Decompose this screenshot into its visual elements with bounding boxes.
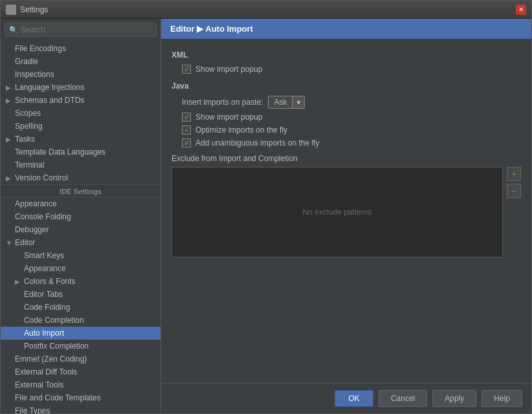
sidebar-item-code-folding[interactable]: Code Folding (1, 301, 161, 314)
sidebar-list: File Encodings Gradle Inspections ▶ Lang… (1, 41, 161, 413)
sidebar-item-editor[interactable]: ▼ Editor (1, 236, 161, 249)
bottom-bar: OK Cancel Apply Help (161, 383, 531, 413)
sidebar-item-inspections[interactable]: Inspections (1, 68, 161, 81)
search-box[interactable]: 🔍 (5, 23, 157, 37)
java-show-import-popup-row: Show import popup (172, 113, 521, 122)
insert-imports-row: Insert imports on paste: Ask ▼ (172, 96, 521, 109)
sidebar-item-template-data-languages[interactable]: Template Data Languages (1, 146, 161, 158)
sidebar-item-label: Language Injections (15, 83, 84, 92)
sidebar-item-label: File Types (15, 406, 50, 413)
expand-arrow: ▼ (6, 239, 14, 246)
sidebar-item-file-encodings[interactable]: File Encodings (1, 42, 161, 55)
ok-button[interactable]: OK (335, 390, 373, 407)
main-panel: Editor ▶ Auto Import XML Show import pop… (161, 19, 531, 413)
sidebar-item-label: File and Code Templates (15, 393, 101, 402)
exclude-action-buttons: + − (507, 167, 521, 257)
sidebar-item-label: Auto Import (24, 329, 64, 338)
sidebar-item-label: Scopes (15, 109, 41, 118)
sidebar-item-label: Debugger (15, 225, 49, 234)
sidebar-item-emmet[interactable]: Emmet (Zen Coding) (1, 353, 161, 365)
sidebar-item-label: Smart Keys (24, 251, 64, 260)
add-unambiguous-checkbox[interactable] (182, 138, 191, 147)
sidebar-item-schemas-dtds[interactable]: ▶ Schemas and DTDs (1, 94, 161, 107)
xml-show-import-popup-checkbox[interactable] (182, 65, 191, 74)
sidebar-item-label: Schemas and DTDs (15, 96, 84, 105)
sidebar-item-colors-fonts[interactable]: ▶ Colors & Fonts (1, 275, 161, 288)
optimize-imports-label: Optimize imports on the fly (195, 125, 287, 135)
cancel-button[interactable]: Cancel (379, 390, 427, 407)
sidebar-item-tasks[interactable]: ▶ Tasks (1, 133, 161, 146)
expand-arrow: ▶ (15, 278, 23, 285)
sidebar-item-label: External Tools (15, 380, 63, 389)
main-content-area: 🔍 File Encodings Gradle Inspections ▶ La… (1, 19, 531, 413)
expand-arrow: ▶ (6, 97, 14, 104)
sidebar-item-version-control[interactable]: ▶ Version Control (1, 171, 161, 184)
exclude-placeholder-text: No exclude patterns (303, 208, 372, 217)
exclude-container: No exclude patterns + − (172, 167, 521, 257)
sidebar-item-label: External Diff Tools (15, 367, 77, 376)
insert-imports-dropdown[interactable]: Ask ▼ (268, 96, 305, 109)
sidebar-item-language-injections[interactable]: ▶ Language Injections (1, 81, 161, 94)
exclude-section: Exclude from Import and Completion No ex… (172, 154, 521, 257)
sidebar-item-editor-tabs[interactable]: Editor Tabs (1, 288, 161, 301)
add-exclude-pattern-button[interactable]: + (507, 167, 521, 181)
settings-window: Settings ✕ 🔍 File Encodings Gradle Inspe… (0, 0, 532, 414)
sidebar-item-label: Console Folding (15, 212, 71, 221)
sidebar-item-label: Colors & Fonts (24, 277, 75, 286)
sidebar-item-label: Appearance (24, 264, 66, 273)
close-button[interactable]: ✕ (516, 5, 526, 15)
sidebar-item-auto-import[interactable]: Auto Import (1, 327, 161, 340)
xml-section-label: XML (172, 50, 521, 60)
dropdown-arrow-button[interactable]: ▼ (293, 96, 304, 108)
sidebar-item-label: Emmet (Zen Coding) (15, 354, 87, 364)
apply-button[interactable]: Apply (432, 390, 476, 407)
sidebar-item-file-code-templates[interactable]: File and Code Templates (1, 391, 161, 404)
sidebar-item-console-folding[interactable]: Console Folding (1, 210, 161, 223)
java-section-label: Java (172, 82, 521, 91)
sidebar-item-file-types[interactable]: File Types (1, 404, 161, 413)
remove-exclude-pattern-button[interactable]: − (507, 184, 521, 198)
add-unambiguous-label: Add unambiguous imports on the fly (195, 138, 319, 147)
sidebar-item-label: Tasks (15, 135, 35, 144)
sidebar-item-postfix-completion[interactable]: Postfix Completion (1, 340, 161, 353)
title-bar: Settings ✕ (1, 1, 531, 19)
sidebar-item-label: Appearance (15, 199, 57, 208)
sidebar-item-label: Gradle (15, 57, 38, 66)
sidebar-item-label: Version Control (15, 173, 68, 182)
sidebar-item-debugger[interactable]: Debugger (1, 223, 161, 236)
java-show-import-popup-checkbox[interactable] (182, 113, 191, 122)
sidebar-item-gradle[interactable]: Gradle (1, 55, 161, 68)
sidebar-item-scopes[interactable]: Scopes (1, 107, 161, 120)
sidebar-item-terminal[interactable]: Terminal (1, 158, 161, 171)
dropdown-selected-value: Ask (269, 96, 293, 108)
search-input[interactable] (21, 25, 152, 34)
add-unambiguous-row: Add unambiguous imports on the fly (172, 138, 521, 147)
expand-arrow: ▶ (6, 136, 14, 143)
sidebar-item-label: Spelling (15, 122, 43, 131)
xml-show-import-popup-label: Show import popup (195, 65, 262, 74)
sidebar: 🔍 File Encodings Gradle Inspections ▶ La… (1, 19, 161, 413)
sidebar-item-spelling[interactable]: Spelling (1, 120, 161, 133)
panel-content: XML Show import popup Java Insert import… (161, 39, 531, 383)
search-icon: 🔍 (9, 26, 18, 34)
sidebar-item-external-diff-tools[interactable]: External Diff Tools (1, 365, 161, 378)
window-icon (6, 5, 16, 15)
sidebar-item-editor-appearance[interactable]: Appearance (1, 262, 161, 275)
sidebar-item-label: Postfix Completion (24, 342, 89, 351)
sidebar-item-label: Code Completion (24, 316, 84, 325)
sidebar-item-label: Editor (15, 238, 35, 247)
sidebar-item-code-completion[interactable]: Code Completion (1, 314, 161, 327)
sidebar-item-external-tools[interactable]: External Tools (1, 378, 161, 391)
insert-imports-label: Insert imports on paste: (182, 98, 263, 107)
optimize-imports-checkbox[interactable] (182, 125, 191, 135)
sidebar-item-label: Code Folding (24, 303, 70, 312)
panel-header: Editor ▶ Auto Import (161, 19, 531, 39)
sidebar-item-label: Terminal (15, 160, 44, 169)
sidebar-item-label: Inspections (15, 70, 54, 79)
sidebar-item-label: Template Data Languages (15, 147, 105, 157)
optimize-imports-row: Optimize imports on the fly (172, 125, 521, 135)
sidebar-item-appearance[interactable]: Appearance (1, 197, 161, 210)
help-button[interactable]: Help (482, 390, 522, 407)
sidebar-item-smart-keys[interactable]: Smart Keys (1, 249, 161, 262)
exclude-patterns-box: No exclude patterns (172, 167, 503, 257)
